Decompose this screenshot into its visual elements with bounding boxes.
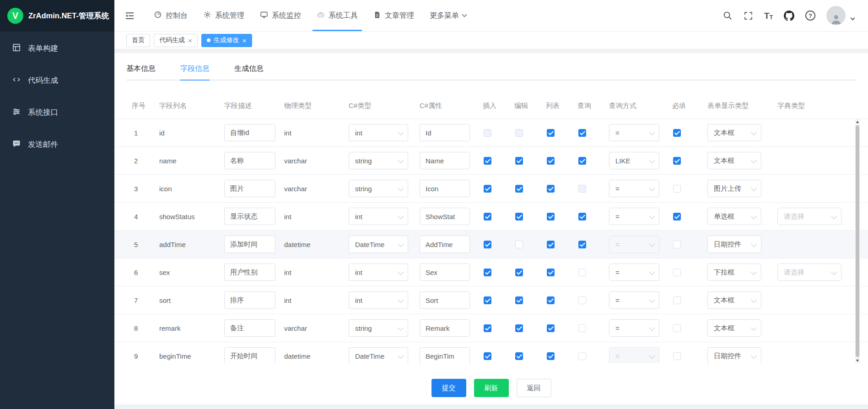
nav-item-system-tools[interactable]: 系统工具 bbox=[309, 0, 366, 31]
scroll-down-icon[interactable] bbox=[855, 358, 860, 363]
csharp-property-input[interactable] bbox=[420, 180, 470, 197]
csharp-property-input[interactable] bbox=[420, 152, 470, 169]
query-checkbox[interactable] bbox=[578, 241, 586, 248]
insert-checkbox[interactable] bbox=[484, 269, 491, 276]
csharp-type-select[interactable]: int bbox=[349, 124, 408, 141]
required-checkbox[interactable] bbox=[673, 269, 681, 276]
required-checkbox[interactable] bbox=[673, 241, 681, 248]
edit-checkbox[interactable] bbox=[515, 296, 523, 304]
csharp-type-select[interactable]: int bbox=[349, 291, 408, 309]
csharp-type-select[interactable]: string bbox=[349, 180, 408, 197]
edit-checkbox[interactable] bbox=[515, 185, 523, 193]
field-description-input[interactable] bbox=[224, 236, 275, 253]
query-checkbox[interactable] bbox=[578, 296, 586, 304]
list-checkbox[interactable] bbox=[547, 269, 555, 276]
avatar-dropdown-icon[interactable] bbox=[851, 16, 855, 21]
required-checkbox[interactable] bbox=[673, 213, 681, 221]
list-checkbox[interactable] bbox=[547, 129, 555, 137]
list-checkbox[interactable] bbox=[547, 157, 555, 165]
sidebar-item-code-generation[interactable]: 代码生成 bbox=[0, 65, 114, 97]
tab-basic-info[interactable]: 基本信息 bbox=[126, 59, 156, 80]
list-checkbox[interactable] bbox=[547, 241, 555, 248]
display-type-select[interactable]: 日期控件 bbox=[707, 347, 761, 363]
display-type-select[interactable]: 文本框 bbox=[707, 124, 761, 141]
edit-checkbox[interactable] bbox=[515, 157, 523, 165]
github-icon[interactable] bbox=[784, 11, 794, 21]
field-description-input[interactable] bbox=[224, 124, 275, 141]
search-icon[interactable] bbox=[722, 11, 733, 21]
list-checkbox[interactable] bbox=[547, 185, 555, 193]
nav-item-system-monitor[interactable]: 系统监控 bbox=[252, 0, 309, 31]
nav-item-article-management[interactable]: 文章管理 bbox=[366, 0, 422, 31]
sidebar-item-send-mail[interactable]: 发送邮件 bbox=[0, 129, 114, 161]
display-type-select[interactable]: 日期控件 bbox=[707, 236, 761, 253]
font-size-icon[interactable]: T T bbox=[764, 11, 773, 20]
csharp-property-input[interactable] bbox=[420, 236, 470, 253]
csharp-property-input[interactable] bbox=[420, 319, 470, 337]
insert-checkbox[interactable] bbox=[484, 241, 491, 248]
display-type-select[interactable]: 单选框 bbox=[707, 208, 761, 225]
field-description-input[interactable] bbox=[224, 180, 275, 197]
csharp-property-input[interactable] bbox=[420, 124, 470, 141]
required-checkbox[interactable] bbox=[673, 324, 681, 332]
query-method-select[interactable]: LIKE bbox=[609, 152, 659, 169]
query-checkbox[interactable] bbox=[578, 269, 586, 276]
insert-checkbox[interactable] bbox=[484, 352, 491, 360]
csharp-property-input[interactable] bbox=[420, 264, 470, 281]
scroll-up-icon[interactable] bbox=[855, 119, 860, 124]
submit-button[interactable]: 提交 bbox=[431, 379, 466, 397]
csharp-type-select[interactable]: string bbox=[349, 319, 408, 337]
tab-field-info[interactable]: 字段信息 bbox=[180, 59, 210, 80]
csharp-property-input[interactable] bbox=[420, 347, 470, 363]
tab-generation-info[interactable]: 生成信息 bbox=[234, 59, 264, 80]
help-icon[interactable]: ? bbox=[805, 11, 815, 21]
query-checkbox[interactable] bbox=[578, 129, 586, 137]
query-checkbox[interactable] bbox=[578, 324, 586, 332]
query-method-select[interactable]: = bbox=[609, 124, 659, 141]
csharp-type-select[interactable]: DateTime bbox=[349, 236, 408, 253]
field-description-input[interactable] bbox=[224, 152, 275, 169]
edit-checkbox[interactable] bbox=[515, 213, 523, 221]
sidebar-collapse-icon[interactable] bbox=[124, 11, 135, 21]
tag-code-generation[interactable]: 代码生成 × bbox=[154, 34, 198, 47]
query-method-select[interactable]: = bbox=[609, 264, 659, 281]
field-description-input[interactable] bbox=[224, 347, 275, 363]
display-type-select[interactable]: 文本框 bbox=[707, 152, 761, 169]
insert-checkbox[interactable] bbox=[484, 296, 491, 304]
sidebar-item-form-builder[interactable]: 表单构建 bbox=[0, 32, 114, 65]
query-checkbox[interactable] bbox=[578, 213, 586, 221]
csharp-type-select[interactable]: int bbox=[349, 264, 408, 281]
required-checkbox[interactable] bbox=[673, 296, 681, 304]
field-description-input[interactable] bbox=[224, 319, 275, 337]
csharp-type-select[interactable]: string bbox=[349, 152, 408, 169]
field-description-input[interactable] bbox=[224, 264, 275, 281]
display-type-select[interactable]: 文本框 bbox=[707, 291, 761, 309]
tag-generate-edit[interactable]: 生成修改 × bbox=[201, 34, 252, 47]
insert-checkbox[interactable] bbox=[484, 157, 491, 165]
required-checkbox[interactable] bbox=[673, 157, 681, 165]
scrollbar-thumb[interactable] bbox=[856, 125, 859, 357]
nav-item-system-management[interactable]: 系统管理 bbox=[195, 0, 252, 31]
nav-item-console[interactable]: 控制台 bbox=[146, 0, 195, 31]
logo[interactable]: V ZrAdmin.NET-管理系统 bbox=[0, 0, 114, 32]
edit-checkbox[interactable] bbox=[515, 352, 523, 360]
edit-checkbox[interactable] bbox=[515, 269, 523, 276]
list-checkbox[interactable] bbox=[547, 213, 555, 221]
required-checkbox[interactable] bbox=[673, 352, 681, 360]
dict-type-select[interactable]: 请选择 bbox=[777, 208, 841, 225]
refresh-button[interactable]: 刷新 bbox=[474, 379, 509, 397]
edit-checkbox[interactable] bbox=[515, 324, 523, 332]
csharp-property-input[interactable] bbox=[420, 208, 470, 225]
query-method-select[interactable]: = bbox=[609, 180, 659, 197]
back-button[interactable]: 返回 bbox=[517, 379, 551, 397]
tag-home[interactable]: 首页 bbox=[126, 34, 150, 47]
query-checkbox[interactable] bbox=[578, 352, 586, 360]
insert-checkbox[interactable] bbox=[484, 213, 491, 221]
dict-type-select[interactable]: 请选择 bbox=[777, 264, 841, 281]
query-checkbox[interactable] bbox=[578, 157, 586, 165]
display-type-select[interactable]: 下拉框 bbox=[707, 264, 761, 281]
sidebar-item-system-api[interactable]: 系统接口 bbox=[0, 97, 114, 129]
close-icon[interactable]: × bbox=[188, 37, 192, 44]
display-type-select[interactable]: 图片上传 bbox=[707, 180, 761, 197]
list-checkbox[interactable] bbox=[547, 324, 555, 332]
